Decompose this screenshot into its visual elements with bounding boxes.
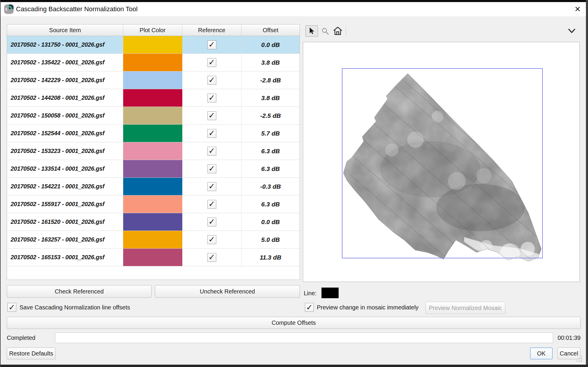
- plot-color-swatch[interactable]: [123, 107, 182, 124]
- close-icon[interactable]: ✕: [570, 2, 585, 16]
- offset-value: 3.8 dB: [241, 89, 300, 107]
- table-body: 20170502 - 131750 - 0001_2026.gsf ✓ 0.0 …: [7, 36, 300, 266]
- window-frame-bottom: [0, 365, 588, 367]
- check-referenced-button[interactable]: Check Referenced: [7, 285, 152, 298]
- table-row[interactable]: 20170502 - 133514 - 0001_2026.gsf ✓ 6.3 …: [7, 160, 300, 178]
- mosaic-extent-rectangle: [342, 68, 543, 258]
- preview-normalized-mosaic-button[interactable]: Preview Normalized Mosaic: [425, 302, 505, 314]
- reference-cell: ✓: [182, 213, 241, 231]
- reference-checkbox[interactable]: ✓: [207, 129, 216, 138]
- table-row[interactable]: 20170502 - 135422 - 0001_2026.gsf ✓ 3.8 …: [7, 54, 300, 71]
- table-row[interactable]: 20170502 - 131750 - 0001_2026.gsf ✓ 0.0 …: [7, 36, 300, 54]
- preview-immediately-label: Preview change in mosaic immediately: [317, 303, 419, 312]
- table-row[interactable]: 20170502 - 155917 - 0001_2026.gsf ✓ 6.3 …: [7, 195, 300, 213]
- plot-color-swatch[interactable]: [123, 195, 182, 213]
- save-offsets-checkbox[interactable]: ✓: [7, 303, 16, 312]
- offset-value: 6.3 dB: [241, 142, 300, 160]
- source-item-name: 20170502 - 161520 - 0001_2026.gsf: [7, 213, 123, 231]
- window-frame-top: [0, 0, 588, 2]
- compute-offsets-button[interactable]: Compute Offsets: [7, 317, 581, 329]
- table-row[interactable]: 20170502 - 163257 - 0001_2026.gsf ✓ 5.0 …: [7, 231, 300, 249]
- offset-value: 6.3 dB: [241, 195, 300, 213]
- select-cursor-button[interactable]: [306, 25, 318, 37]
- source-item-table: Source Item Plot Color Reference Offset …: [7, 24, 300, 280]
- reference-checkbox[interactable]: ✓: [207, 58, 216, 67]
- column-header-reference[interactable]: Reference: [182, 25, 241, 36]
- plot-color-swatch[interactable]: [123, 89, 182, 107]
- table-row[interactable]: 20170502 - 144208 - 0001_2026.gsf ✓ 3.8 …: [7, 89, 300, 107]
- plot-color-swatch[interactable]: [123, 249, 182, 266]
- source-item-name: 20170502 - 150058 - 0001_2026.gsf: [7, 107, 123, 124]
- mosaic-preview-panel[interactable]: [303, 42, 580, 282]
- source-item-name: 20170502 - 133514 - 0001_2026.gsf: [7, 160, 123, 177]
- source-item-name: 20170502 - 153223 - 0001_2026.gsf: [7, 142, 123, 160]
- table-header-row: Source Item Plot Color Reference Offset: [7, 25, 300, 36]
- table-row[interactable]: 20170502 - 165153 - 0001_2026.gsf ✓ 11.3…: [7, 249, 300, 266]
- chevron-down-icon[interactable]: [567, 27, 576, 35]
- progress-status-label: Completed: [7, 332, 35, 343]
- table-row[interactable]: 20170502 - 154221 - 0001_2026.gsf ✓ -0.3…: [7, 178, 300, 195]
- table-row[interactable]: 20170502 - 150058 - 0001_2026.gsf ✓ -2.5…: [7, 107, 300, 125]
- reference-checkbox[interactable]: ✓: [207, 200, 216, 209]
- resize-grip[interactable]: [576, 356, 583, 362]
- reference-cell: ✓: [182, 107, 241, 124]
- plot-color-swatch[interactable]: [123, 213, 182, 231]
- plot-color-swatch[interactable]: [123, 178, 182, 195]
- plot-color-swatch[interactable]: [123, 142, 182, 160]
- table-row[interactable]: 20170502 - 142229 - 0001_2026.gsf ✓ -2.8…: [7, 71, 300, 89]
- table-row[interactable]: 20170502 - 161520 - 0001_2026.gsf ✓ 0.0 …: [7, 213, 300, 231]
- source-item-name: 20170502 - 152544 - 0001_2026.gsf: [7, 125, 123, 142]
- cursor-icon: [308, 27, 315, 35]
- source-item-name: 20170502 - 135422 - 0001_2026.gsf: [7, 54, 123, 71]
- plot-color-swatch[interactable]: [123, 54, 182, 71]
- reference-checkbox[interactable]: ✓: [207, 253, 216, 262]
- offset-value: 11.3 dB: [241, 249, 300, 266]
- reference-checkbox[interactable]: ✓: [207, 164, 216, 173]
- preview-immediately-checkbox[interactable]: ✓: [305, 303, 314, 312]
- reference-checkbox[interactable]: ✓: [207, 40, 216, 49]
- reference-checkbox[interactable]: ✓: [207, 182, 216, 191]
- table-row[interactable]: 20170502 - 153223 - 0001_2026.gsf ✓ 6.3 …: [7, 142, 300, 160]
- reference-checkbox[interactable]: ✓: [207, 94, 216, 102]
- source-item-name: 20170502 - 155917 - 0001_2026.gsf: [7, 195, 123, 213]
- reference-cell: ✓: [182, 178, 241, 195]
- plot-color-swatch[interactable]: [123, 36, 182, 53]
- offset-value: -2.5 dB: [241, 107, 300, 124]
- line-color-swatch[interactable]: [321, 288, 339, 298]
- source-item-name: 20170502 - 131750 - 0001_2026.gsf: [7, 36, 123, 53]
- source-item-name: 20170502 - 154221 - 0001_2026.gsf: [7, 178, 123, 195]
- ok-button[interactable]: OK: [530, 348, 553, 359]
- window-title: Cascading Backscatter Normalization Tool: [16, 2, 138, 16]
- uncheck-referenced-button[interactable]: Uncheck Referenced: [155, 285, 300, 298]
- table-row[interactable]: 20170502 - 152544 - 0001_2026.gsf ✓ 5.7 …: [7, 125, 300, 142]
- column-header-source-item[interactable]: Source Item: [7, 25, 123, 36]
- reference-cell: ✓: [182, 249, 241, 266]
- offset-value: 6.3 dB: [241, 160, 300, 177]
- offset-value: 3.8 dB: [241, 54, 300, 71]
- home-icon[interactable]: [333, 26, 343, 36]
- column-header-offset[interactable]: Offset: [241, 25, 300, 36]
- column-header-plot-color[interactable]: Plot Color: [123, 25, 182, 36]
- offset-value: -0.3 dB: [241, 178, 300, 195]
- save-offsets-label: Save Cascading Normalization line offset…: [20, 303, 130, 312]
- reference-checkbox[interactable]: ✓: [207, 147, 216, 156]
- offset-value: 5.0 dB: [241, 231, 300, 248]
- plot-color-swatch[interactable]: [123, 160, 182, 177]
- line-label: Line:: [304, 288, 316, 298]
- title-bar: Cascading Backscatter Normalization Tool…: [1, 2, 586, 16]
- plot-color-swatch[interactable]: [123, 125, 182, 142]
- plot-color-swatch[interactable]: [123, 71, 182, 89]
- plot-color-swatch[interactable]: [123, 231, 182, 248]
- reference-checkbox[interactable]: ✓: [207, 76, 216, 85]
- reference-checkbox[interactable]: ✓: [207, 111, 216, 120]
- offset-value: -2.8 dB: [241, 71, 300, 89]
- offset-value: 0.0 dB: [241, 36, 300, 53]
- zoom-icon[interactable]: [321, 27, 329, 35]
- reference-cell: ✓: [182, 195, 241, 213]
- window-frame-left: [0, 0, 1, 367]
- restore-defaults-button[interactable]: Restore Defaults: [7, 348, 56, 359]
- window-frame-right: [586, 0, 588, 367]
- reference-checkbox[interactable]: ✓: [207, 235, 216, 244]
- source-item-name: 20170502 - 165153 - 0001_2026.gsf: [7, 249, 123, 266]
- reference-checkbox[interactable]: ✓: [207, 218, 216, 226]
